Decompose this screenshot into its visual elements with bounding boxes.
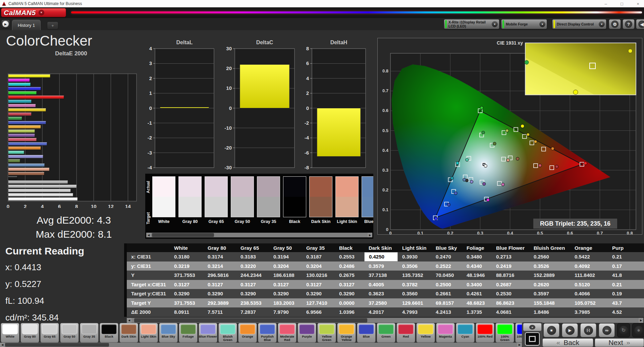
table-cell[interactable]: 0.4092 [570,262,608,271]
scroll-left-icon[interactable]: ◀ [146,233,151,237]
table-cell[interactable]: 37.7138 [364,271,398,280]
table-cell[interactable]: 0.2530 [492,289,529,298]
pattern-window-button[interactable] [525,332,540,346]
table-cell[interactable]: 0.3174 [203,252,236,262]
patch-button-orange[interactable]: Orange [238,323,257,343]
table-cell[interactable]: 0.3290 [269,289,302,298]
patch-button-100-red[interactable]: 100% Red [476,323,494,343]
restore-button[interactable]: □ [619,1,625,6]
table-cell[interactable]: 0.4005 [364,280,398,289]
patch-button-dark-skin[interactable]: Dark Skin [119,323,138,343]
table-cell[interactable]: 88.8716 [492,271,529,280]
stop-button[interactable]: ■ [543,323,559,337]
table-cell[interactable]: 0.5422 [570,252,608,262]
patch-button-blue[interactable]: Blue [357,323,376,343]
calman-logo-menu[interactable]: CalMAN 5 ▼ [1,8,66,17]
table-cell[interactable]: 1.0396 [335,307,364,317]
table-cell[interactable]: 1.8486 [529,307,570,317]
collapse-up-button[interactable]: ▲ [523,323,541,331]
table-cell[interactable]: 0.2470 [431,252,462,262]
table-cell[interactable]: 1.3735 [462,307,492,317]
table-cell[interactable]: 4.2017 [364,307,398,317]
table-cell[interactable]: 0.3194 [269,252,302,262]
source-dropdown[interactable]: Mobile Forge ▼ [501,19,547,29]
table-cell[interactable]: 135.7352 [398,271,431,280]
patch-button-cyan[interactable]: Cyan [456,323,475,343]
table-cell[interactable]: 43.7 [608,298,641,308]
table-cell[interactable]: 371.7553 [170,271,203,280]
patch-button-light-skin[interactable]: Light Skin [139,323,158,343]
table-cell[interactable]: 244.2344 [236,271,269,280]
next-button[interactable]: Next » [595,338,644,347]
table-cell[interactable]: 296.5816 [203,271,236,280]
meter-dropdown[interactable]: X-Rite i1Display Retail LCD (LED) ▼ [444,19,499,29]
table-cell[interactable]: 0.3127 [236,280,269,289]
tab-history-1[interactable]: History 1 [12,20,41,30]
table-cell[interactable]: 48.1946 [462,271,492,280]
table-cell[interactable]: 0.17 [608,262,641,271]
table-cell[interactable]: 0.3526 [529,262,570,271]
table-cell[interactable]: 0.2486 [335,262,364,271]
table-cell[interactable]: 0.3187 [302,252,335,262]
table-cell[interactable]: 238.5353 [236,298,269,308]
table-cell[interactable]: 0.2620 [529,280,570,289]
table-cell[interactable]: 0.3782 [398,280,431,289]
patch-button-blue-sky[interactable]: Blue Sky [159,323,178,343]
scroll-right-icon[interactable]: ▶ [368,233,372,237]
patch-button-foliage[interactable]: Foliage [179,323,198,343]
table-cell[interactable]: 371.7553 [170,298,203,308]
table-cell[interactable]: 0.3290 [335,289,364,298]
table-cell[interactable]: 8.0911 [170,307,203,317]
table-cell[interactable]: 0.3290 [236,289,269,298]
table-cell[interactable]: 7.2837 [236,307,269,317]
table-cell[interactable]: 0.3220 [236,262,269,271]
close-button[interactable]: × [635,1,641,6]
table-cell[interactable]: 0.2713 [492,252,529,262]
settings-button[interactable]: ⚙ [609,19,621,29]
scroll-right-icon[interactable]: ▶ [517,343,522,347]
patch-button-moderate-red[interactable]: Moderate Red [278,323,297,343]
table-cell[interactable]: 7.5711 [203,307,236,317]
table-cell[interactable]: 0.3127 [335,280,364,289]
table-cell[interactable]: 0.3290 [203,289,236,298]
table-cell[interactable]: 0.3480 [462,252,492,262]
table-cell[interactable]: 37.2580 [364,298,398,308]
table-cell[interactable]: 4.2413 [431,307,462,317]
scrollbar-thumb[interactable] [152,233,214,237]
table-cell[interactable]: 4.7993 [398,307,431,317]
patch-button-bluish-green[interactable]: Bluish Green [218,323,237,343]
patch-button-blue-flower[interactable]: Blue Flower [199,323,217,343]
table-cell[interactable]: 0.3579 [364,262,398,271]
patch-button-gray-65[interactable]: Gray 65 [40,323,59,343]
scroll-left-icon[interactable]: ◀ [0,343,5,347]
table-cell[interactable]: 48.6823 [462,298,492,308]
table-cell[interactable]: 186.6188 [269,271,302,280]
table-cell[interactable]: 6.9566 [302,307,335,317]
table-cell[interactable]: 0.3204 [269,262,302,271]
table-cell[interactable]: 292.3889 [203,298,236,308]
table-cell[interactable]: 0.3560 [398,289,431,298]
scrollbar-thumb[interactable] [134,318,367,323]
table-cell[interactable]: 111.8402 [570,271,608,280]
table-cell[interactable]: 0.2560 [529,252,570,262]
add-tab-button[interactable]: + [47,21,58,30]
table-cell[interactable]: 0.3930 [398,252,431,262]
table-cell[interactable]: 0.3214 [203,262,236,271]
table-cell[interactable]: 0.0000 [335,298,364,308]
table-cell[interactable]: 0.2687 [492,280,529,289]
scroll-left-icon[interactable]: ◀ [127,318,131,323]
layout-nav-button[interactable]: ▶ [1,19,10,28]
table-cell[interactable]: 130.0216 [302,271,335,280]
table-cell[interactable]: 0.3219 [170,262,203,271]
table-cell[interactable]: 155.1848 [529,298,570,308]
patch-button-red[interactable]: Red [396,323,415,343]
table-cell[interactable]: 0.21 [608,280,641,289]
single-frame-button[interactable]: [-] [580,323,596,337]
patch-button-purple[interactable]: Purple [298,323,316,343]
patch-button-gray-80[interactable]: Gray 80 [20,323,39,343]
table-cell[interactable]: 129.6601 [398,298,431,308]
patch-button-orange-yellow[interactable]: Orange Yellow [337,323,356,343]
table-cell[interactable]: 0.4261 [462,289,492,298]
patch-button-100-blue[interactable]: 100% Blue [515,323,522,343]
table-cell[interactable]: 0.3506 [398,262,431,271]
